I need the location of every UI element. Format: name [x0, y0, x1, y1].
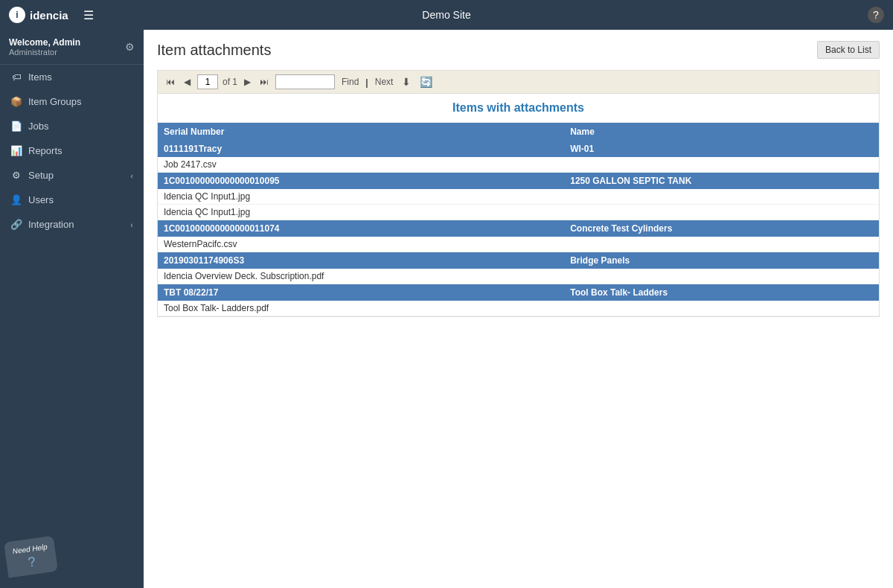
attachment-name: [564, 301, 879, 316]
attachments-table: Serial Number Name 0111191TracyWI-01Job …: [158, 123, 879, 316]
col-header-name: Name: [564, 123, 879, 141]
logo-text: idencia: [30, 9, 68, 22]
attachment-name: [564, 205, 879, 220]
site-title: Demo Site: [422, 9, 470, 21]
attachment-filename: WesternPacifc.csv: [158, 237, 564, 252]
table-group-row[interactable]: 1C0010000000000000100951250 GALLON SEPTI…: [158, 173, 879, 190]
user-role: Administrator: [9, 48, 80, 57]
user-info: Welcome, Admin Administrator: [9, 37, 80, 57]
table-row[interactable]: WesternPacifc.csv: [158, 237, 879, 252]
export-button[interactable]: ⬇: [400, 75, 413, 89]
topbar: i idencia ☰ Demo Site ?: [0, 0, 893, 30]
sidebar-item-label: Reports: [28, 145, 133, 156]
sidebar-item-items[interactable]: 🏷 Items: [0, 65, 144, 89]
sidebar-item-label: Jobs: [28, 121, 133, 132]
find-next-button[interactable]: Next: [373, 76, 396, 88]
need-help-widget[interactable]: Need Help ?: [4, 536, 58, 578]
prev-page-button[interactable]: ◀: [182, 76, 193, 88]
first-page-button[interactable]: ⏮: [164, 76, 177, 88]
next-page-button[interactable]: ▶: [242, 76, 253, 88]
attachment-filename: Tool Box Talk- Ladders.pdf: [158, 301, 564, 316]
attachment-filename: Idencia QC Input1.jpg: [158, 189, 564, 205]
setup-icon: ⚙: [10, 170, 22, 181]
settings-gear-icon[interactable]: ⚙: [125, 41, 135, 53]
attachment-filename: Job 2417.csv: [158, 157, 564, 173]
integration-collapse-icon: ‹: [130, 220, 133, 229]
sidebar-nav: 🏷 Items 📦 Item Groups 📄 Jobs 📊 Reports ⚙…: [0, 65, 144, 588]
sidebar-item-integration[interactable]: 🔗 Integration ‹: [0, 212, 144, 237]
table-group-row[interactable]: 20190301174906S3Bridge Panels: [158, 252, 879, 269]
table-row[interactable]: Idencia QC Input1.jpg: [158, 205, 879, 220]
group-serial: 1C001000000000000010095: [158, 173, 564, 190]
table-section-title: Items with attachments: [158, 94, 879, 123]
sidebar-item-label: Setup: [28, 170, 124, 181]
table-group-row[interactable]: 1C001000000000000011074Concrete Test Cyl…: [158, 220, 879, 237]
group-serial: 20190301174906S3: [158, 252, 564, 269]
app-logo: i idencia: [9, 7, 68, 23]
search-input[interactable]: [275, 74, 335, 89]
table-container: Items with attachments Serial Number Nam…: [157, 94, 880, 317]
logo-icon: i: [9, 7, 25, 23]
attachment-filename: Idencia QC Input1.jpg: [158, 205, 564, 220]
user-name: Welcome, Admin: [9, 37, 80, 48]
last-page-button[interactable]: ⏭: [257, 76, 271, 88]
page-title: Item attachments: [157, 42, 271, 59]
group-name: Tool Box Talk- Ladders: [564, 284, 879, 301]
attachment-name: [564, 237, 879, 252]
table-row[interactable]: Job 2417.csv: [158, 157, 879, 173]
attachment-name: [564, 189, 879, 205]
sidebar-item-label: Users: [28, 194, 133, 205]
group-name: Concrete Test Cylinders: [564, 220, 879, 237]
setup-collapse-icon: ‹: [130, 171, 133, 180]
attachment-name: [564, 157, 879, 173]
separator-text: |: [365, 77, 368, 88]
attachment-name: [564, 269, 879, 284]
back-to-list-button[interactable]: Back to List: [817, 41, 880, 59]
sidebar-item-item-groups[interactable]: 📦 Item Groups: [0, 89, 144, 114]
page-header: Item attachments Back to List: [157, 41, 880, 59]
sidebar: Welcome, Admin Administrator ⚙ 🏷 Items 📦…: [0, 30, 144, 588]
table-row[interactable]: Idencia Overview Deck. Subscription.pdf: [158, 269, 879, 284]
refresh-button[interactable]: 🔄: [417, 75, 435, 89]
find-button[interactable]: Find: [339, 76, 361, 88]
group-serial: 0111191Tracy: [158, 141, 564, 157]
page-number-input[interactable]: [197, 74, 218, 89]
users-icon: 👤: [10, 194, 22, 205]
sidebar-item-reports[interactable]: 📊 Reports: [0, 138, 144, 163]
sidebar-item-label: Items: [28, 71, 133, 83]
group-serial: TBT 08/22/17: [158, 284, 564, 301]
main-content: Item attachments Back to List ⏮ ◀ of 1 ▶…: [144, 30, 893, 588]
jobs-icon: 📄: [10, 121, 22, 132]
help-icon[interactable]: ?: [868, 7, 884, 23]
table-row[interactable]: Tool Box Talk- Ladders.pdf: [158, 301, 879, 316]
total-pages-text: of 1: [223, 77, 237, 87]
sidebar-user-section: Welcome, Admin Administrator ⚙: [0, 30, 144, 65]
group-name: 1250 GALLON SEPTIC TANK: [564, 173, 879, 190]
reports-icon: 📊: [10, 145, 22, 156]
attachment-filename: Idencia Overview Deck. Subscription.pdf: [158, 269, 564, 284]
group-name: WI-01: [564, 141, 879, 157]
hamburger-menu-icon[interactable]: ☰: [83, 8, 94, 22]
sidebar-item-users[interactable]: 👤 Users: [0, 188, 144, 212]
col-header-serial: Serial Number: [158, 123, 564, 141]
item-groups-icon: 📦: [10, 96, 22, 107]
integration-icon: 🔗: [10, 219, 22, 230]
table-row[interactable]: Idencia QC Input1.jpg: [158, 189, 879, 205]
group-serial: 1C001000000000000011074: [158, 220, 564, 237]
table-group-row[interactable]: TBT 08/22/17Tool Box Talk- Ladders: [158, 284, 879, 301]
items-icon: 🏷: [10, 71, 22, 83]
table-group-row[interactable]: 0111191TracyWI-01: [158, 141, 879, 157]
topbar-left: i idencia ☰: [9, 7, 94, 23]
group-name: Bridge Panels: [564, 252, 879, 269]
sidebar-item-jobs[interactable]: 📄 Jobs: [0, 114, 144, 138]
pagination-toolbar: ⏮ ◀ of 1 ▶ ⏭ Find | Next ⬇ 🔄: [157, 70, 880, 94]
sidebar-item-label: Item Groups: [28, 96, 133, 107]
sidebar-item-label: Integration: [28, 219, 124, 230]
need-help-question-icon: ?: [13, 552, 51, 572]
sidebar-item-setup[interactable]: ⚙ Setup ‹: [0, 163, 144, 188]
